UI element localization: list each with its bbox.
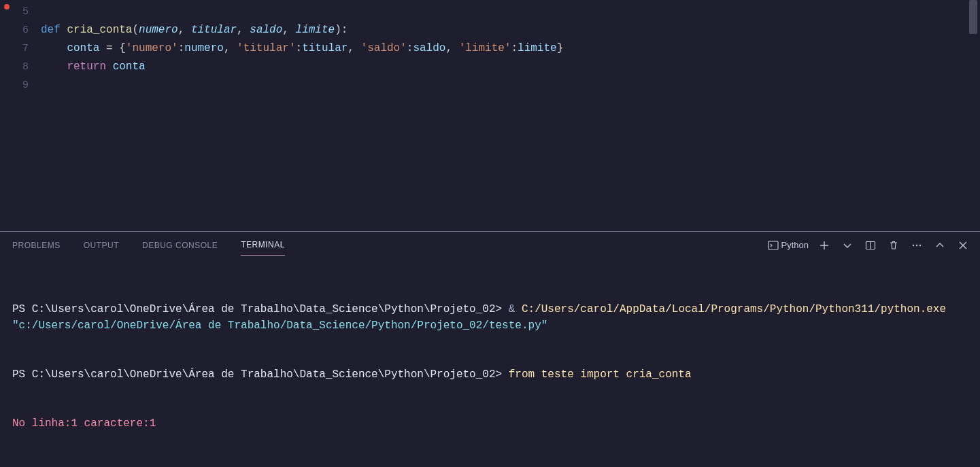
tab-problems[interactable]: PROBLEMS xyxy=(12,235,61,256)
terminal-line: PS C:\Users\carol\OneDrive\Área de Traba… xyxy=(12,301,968,334)
line-number-gutter: 56789 xyxy=(0,0,41,231)
terminal-output[interactable]: PS C:\Users\carol\OneDrive\Área de Traba… xyxy=(0,259,980,467)
scrollbar-thumb[interactable] xyxy=(969,0,977,34)
kill-terminal-button[interactable] xyxy=(886,238,901,253)
panel-tab-bar: PROBLEMS OUTPUT DEBUG CONSOLE TERMINAL P… xyxy=(0,232,980,259)
new-terminal-button[interactable] xyxy=(817,238,832,253)
svg-rect-0 xyxy=(768,241,778,249)
terminal-split-dropdown[interactable] xyxy=(840,238,855,253)
line-number: 9 xyxy=(0,76,41,94)
panel-actions: Python xyxy=(768,238,970,253)
code-line[interactable] xyxy=(41,76,980,94)
terminal-line: PS C:\Users\carol\OneDrive\Área de Traba… xyxy=(12,366,968,383)
terminal-error-line: + from teste import cria_conta xyxy=(12,464,968,467)
editor-scrollbar[interactable] xyxy=(969,0,977,231)
split-terminal-button[interactable] xyxy=(863,238,878,253)
tab-debug-console[interactable]: DEBUG CONSOLE xyxy=(142,235,218,256)
code-line[interactable] xyxy=(41,3,980,21)
terminal-error-line: No linha:1 caractere:1 xyxy=(12,415,968,432)
svg-point-4 xyxy=(916,244,917,245)
trash-icon xyxy=(888,240,899,251)
split-panel-icon xyxy=(865,240,876,251)
terminal-profile-selector[interactable]: Python xyxy=(768,240,809,251)
chevron-down-icon xyxy=(842,240,853,251)
svg-point-3 xyxy=(913,244,914,245)
tab-terminal[interactable]: TERMINAL xyxy=(241,235,285,256)
ellipsis-icon xyxy=(911,240,922,251)
code-line[interactable]: conta = {'numero':numero, 'titular':titu… xyxy=(41,39,980,58)
code-editor[interactable]: 56789 def cria_conta(numero, titular, sa… xyxy=(0,0,980,231)
close-icon xyxy=(958,240,968,251)
close-panel-button[interactable] xyxy=(956,238,970,253)
code-line[interactable]: def cria_conta(numero, titular, saldo, l… xyxy=(41,21,980,39)
terminal-icon xyxy=(768,240,779,251)
chevron-up-icon xyxy=(934,240,945,251)
dirty-indicator xyxy=(4,4,10,10)
line-number: 8 xyxy=(0,58,41,76)
code-line[interactable]: return conta xyxy=(41,58,980,76)
terminal-profile-label: Python xyxy=(781,240,809,250)
svg-point-5 xyxy=(919,244,921,245)
more-actions-button[interactable] xyxy=(909,238,924,253)
plus-icon xyxy=(819,240,830,251)
line-number: 6 xyxy=(0,21,41,39)
maximize-panel-button[interactable] xyxy=(932,238,947,253)
code-content[interactable]: def cria_conta(numero, titular, saldo, l… xyxy=(41,0,980,231)
line-number: 7 xyxy=(0,39,41,58)
tab-output[interactable]: OUTPUT xyxy=(84,235,119,256)
